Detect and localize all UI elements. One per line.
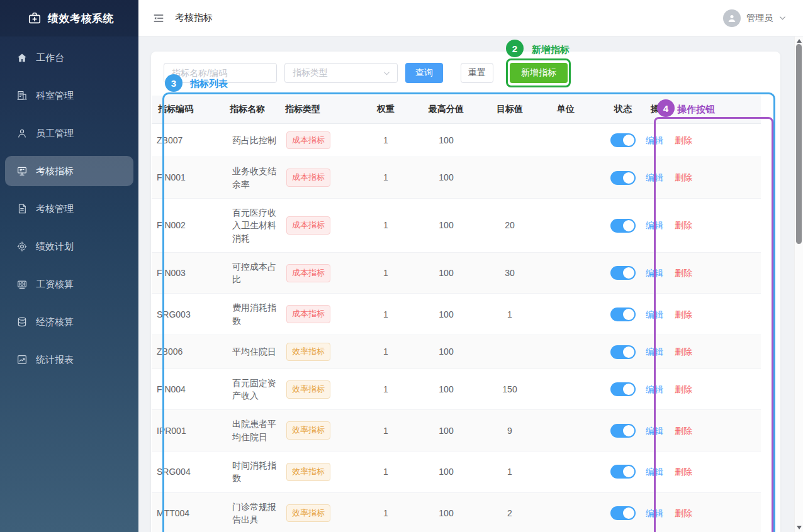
edit-link[interactable]: 编辑 — [646, 467, 663, 477]
cell-max-score: 100 — [399, 157, 493, 199]
edit-link[interactable]: 编辑 — [646, 220, 663, 230]
cell-weight: 1 — [373, 410, 399, 452]
cell-target: 150 — [493, 369, 526, 410]
delete-link[interactable]: 删除 — [675, 384, 692, 394]
type-badge: 成本指标 — [286, 264, 330, 282]
toggle-knob — [623, 466, 634, 477]
edit-link[interactable]: 编辑 — [646, 309, 663, 319]
type-badge: 成本指标 — [286, 169, 330, 187]
edit-link[interactable]: 编辑 — [646, 346, 663, 357]
cell-unit — [526, 492, 605, 532]
cell-actions: 编辑删除 — [641, 294, 761, 335]
sidebar-item-考核管理[interactable]: 考核管理 — [5, 194, 133, 224]
annotation-4-circle: 4 — [657, 99, 675, 117]
cell-unit — [526, 335, 605, 369]
cell-name: 可控成本占比 — [227, 252, 281, 294]
cell-actions: 编辑删除 — [641, 369, 761, 410]
scroll-down-arrow-icon[interactable] — [797, 526, 802, 529]
delete-link[interactable]: 删除 — [675, 508, 692, 518]
search-button[interactable]: 查询 — [405, 63, 443, 83]
cell-actions: 编辑删除 — [641, 123, 761, 157]
status-toggle[interactable] — [610, 465, 636, 479]
col-name: 指标名称 — [227, 96, 281, 123]
cell-actions: 编辑删除 — [641, 410, 761, 452]
delete-link[interactable]: 删除 — [675, 467, 692, 477]
sidebar-item-科室管理[interactable]: 科室管理 — [5, 80, 133, 111]
sidebar-item-label: 工作台 — [36, 52, 64, 64]
type-badge: 成本指标 — [286, 216, 330, 235]
cell-max-score: 100 — [399, 410, 493, 452]
cell-target: 9 — [493, 410, 526, 452]
status-toggle[interactable] — [610, 506, 636, 520]
cell-weight: 1 — [373, 123, 399, 157]
sidebar-item-统计报表[interactable]: 统计报表 — [5, 345, 133, 375]
edit-link[interactable]: 编辑 — [646, 508, 663, 518]
status-toggle[interactable] — [610, 308, 636, 321]
user-menu[interactable]: 管理员 — [723, 9, 787, 27]
chevron-down-icon — [383, 69, 391, 77]
status-toggle[interactable] — [610, 382, 636, 396]
scrollbar-thumb[interactable] — [796, 44, 802, 244]
col-max-score: 最高分值 — [399, 96, 493, 123]
sidebar-item-员工管理[interactable]: 员工管理 — [5, 118, 133, 148]
cell-name: 业务收支结余率 — [227, 157, 281, 199]
col-status: 状态 — [605, 96, 641, 123]
cell-target — [493, 157, 526, 199]
status-toggle[interactable] — [610, 171, 636, 185]
cell-status — [605, 369, 641, 410]
sidebar-item-label: 考核指标 — [36, 165, 74, 177]
sidebar-item-经济核算[interactable]: 经济核算 — [5, 307, 133, 337]
cell-type: 效率指标 — [281, 452, 373, 493]
cash-icon — [16, 279, 28, 290]
toggle-knob — [623, 135, 634, 146]
cell-max-score: 100 — [399, 335, 493, 369]
status-toggle[interactable] — [610, 345, 636, 359]
edit-link[interactable]: 编辑 — [646, 135, 663, 145]
col-target: 目标值 — [493, 96, 526, 123]
edit-link[interactable]: 编辑 — [646, 268, 663, 278]
status-toggle[interactable] — [610, 424, 636, 438]
toggle-knob — [623, 172, 634, 184]
delete-link[interactable]: 删除 — [675, 346, 692, 357]
sidebar-item-label: 经济核算 — [36, 316, 74, 328]
cell-unit — [526, 369, 605, 410]
delete-link[interactable]: 删除 — [675, 268, 692, 278]
edit-link[interactable]: 编辑 — [646, 172, 663, 182]
sidebar-item-绩效计划[interactable]: 绩效计划 — [5, 231, 133, 262]
scroll-up-arrow-icon[interactable] — [797, 39, 802, 43]
cell-code: FIN003 — [152, 252, 227, 294]
delete-link[interactable]: 删除 — [675, 135, 692, 145]
cell-name: 出院患者平均住院日 — [227, 410, 281, 452]
table-row: FIN002 百元医疗收入卫生材料消耗 成本指标 1 100 20 编辑删除 — [152, 198, 761, 252]
cell-status — [605, 252, 641, 294]
chart-icon — [16, 354, 28, 365]
cell-unit — [526, 123, 605, 157]
type-select[interactable]: 指标类型 — [284, 63, 398, 83]
sidebar-item-label: 绩效计划 — [36, 241, 74, 253]
edit-link[interactable]: 编辑 — [646, 384, 663, 394]
sidebar-item-考核指标[interactable]: 考核指标 — [5, 156, 133, 186]
delete-link[interactable]: 删除 — [675, 172, 692, 182]
type-badge: 效率指标 — [286, 463, 330, 481]
menu-fold-icon[interactable] — [152, 12, 165, 25]
vertical-scrollbar[interactable] — [794, 36, 803, 532]
sidebar-item-工资核算[interactable]: 工资核算 — [5, 269, 133, 299]
delete-link[interactable]: 删除 — [675, 220, 692, 230]
sidebar-item-工作台[interactable]: 工作台 — [5, 43, 133, 73]
table-row: ZB006 平均住院日 效率指标 1 100 编辑删除 — [152, 335, 761, 369]
status-toggle[interactable] — [610, 219, 636, 233]
add-indicator-button[interactable]: 新增指标 — [510, 63, 568, 83]
cell-unit — [526, 452, 605, 493]
annotation-2-label: 新增指标 — [532, 44, 570, 56]
edit-link[interactable]: 编辑 — [646, 426, 663, 436]
status-toggle[interactable] — [610, 133, 636, 147]
delete-link[interactable]: 删除 — [675, 426, 692, 436]
cell-code: SRG004 — [152, 452, 227, 493]
cell-actions: 编辑删除 — [641, 198, 761, 252]
delete-link[interactable]: 删除 — [675, 309, 692, 319]
status-toggle[interactable] — [610, 266, 636, 280]
cell-weight: 1 — [373, 252, 399, 294]
reset-button[interactable]: 重置 — [461, 63, 493, 83]
cell-weight: 1 — [373, 294, 399, 335]
cell-max-score: 100 — [399, 294, 493, 335]
